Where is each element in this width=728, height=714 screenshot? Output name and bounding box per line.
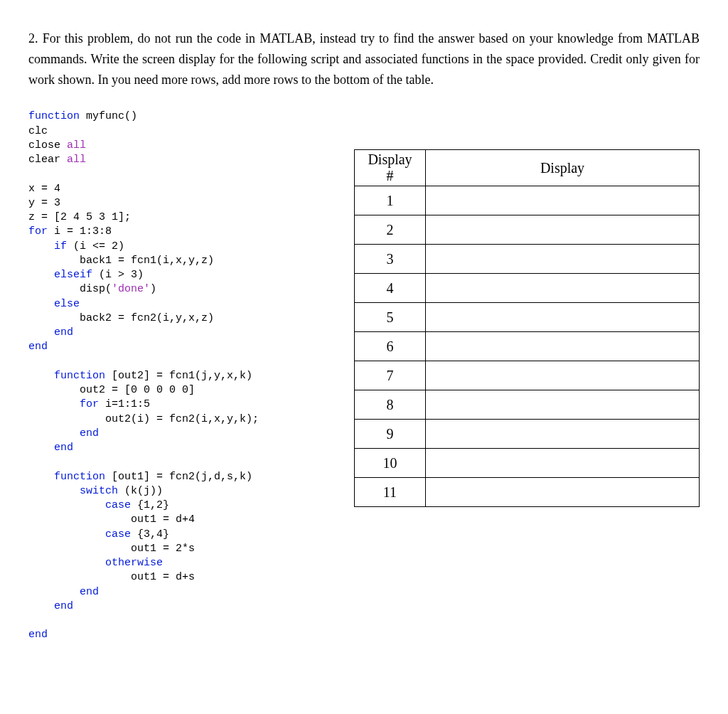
code-text: out1 = d+s <box>28 571 195 583</box>
kw-function: function <box>28 110 80 122</box>
code-text <box>28 298 54 310</box>
header-text: # <box>387 168 394 183</box>
table-row: 5 <box>355 303 700 332</box>
kw-end: end <box>80 586 99 598</box>
question-text: 2. For this problem, do not run the code… <box>28 28 700 90</box>
code-text: {1,2} <box>131 499 169 511</box>
code-text: out2(i) = fcn2(i,x,y,k); <box>28 413 259 425</box>
cell-display[interactable] <box>426 449 700 478</box>
code-text: all <box>67 139 86 151</box>
cell-num: 10 <box>355 449 426 478</box>
code-text <box>28 600 54 612</box>
cell-num: 7 <box>355 361 426 390</box>
cell-display[interactable] <box>426 303 700 332</box>
cell-num: 8 <box>355 390 426 420</box>
kw-end: end <box>54 442 73 454</box>
kw-end: end <box>28 629 48 641</box>
code-text <box>28 427 80 439</box>
code-block: function myfunc() clc close all clear al… <box>28 110 341 642</box>
header-display: Display <box>426 150 700 186</box>
kw-for: for <box>28 225 48 238</box>
code-text: out1 = d+4 <box>28 513 195 526</box>
code-text <box>28 326 54 339</box>
cell-display[interactable] <box>426 215 700 245</box>
cell-num: 5 <box>355 303 426 332</box>
kw-case: case <box>105 499 131 511</box>
string-literal: 'done' <box>112 283 150 295</box>
cell-num: 1 <box>355 186 426 215</box>
header-display-number: Display # <box>355 150 426 186</box>
code-text <box>28 528 105 540</box>
display-table: Display # Display 1 2 3 4 5 6 7 8 9 10 1… <box>354 149 700 507</box>
kw-function: function <box>54 471 105 483</box>
table-row: 6 <box>355 332 700 361</box>
code-text: (k(j)) <box>118 485 163 497</box>
code-text: x = 4 <box>28 183 60 195</box>
kw-end: end <box>28 341 48 353</box>
code-text: disp( <box>28 283 112 295</box>
table-row: 10 <box>355 449 700 478</box>
code-text <box>28 370 54 382</box>
cell-display[interactable] <box>426 274 700 303</box>
cell-num: 6 <box>355 332 426 361</box>
table-row: 3 <box>355 245 700 274</box>
kw-end: end <box>54 600 73 612</box>
cell-num: 9 <box>355 420 426 449</box>
code-text: clc <box>28 125 48 137</box>
code-text <box>28 586 80 598</box>
code-text: (i > 3) <box>92 269 144 281</box>
question-number: 2. <box>28 31 43 46</box>
code-text: i=1:1:5 <box>99 398 150 410</box>
cell-display[interactable] <box>426 478 700 507</box>
cell-display[interactable] <box>426 186 700 215</box>
table-body: 1 2 3 4 5 6 7 8 9 10 11 <box>355 186 700 507</box>
code-text <box>28 557 105 569</box>
table-row: 9 <box>355 420 700 449</box>
header-text: Display <box>368 151 412 167</box>
code-text: all <box>67 154 86 166</box>
code-text: (i <= 2) <box>67 240 124 252</box>
kw-end: end <box>54 326 73 339</box>
code-text: [out1] = fcn2(j,d,s,k) <box>105 471 252 483</box>
code-text <box>28 442 54 454</box>
kw-otherwise: otherwise <box>105 557 163 569</box>
question-body: For this problem, do not run the code in… <box>28 31 700 87</box>
code-text: close <box>28 139 67 151</box>
code-text: y = 3 <box>28 197 60 209</box>
cell-num: 2 <box>355 215 426 245</box>
cell-num: 11 <box>355 478 426 507</box>
table-row: 2 <box>355 215 700 245</box>
cell-display[interactable] <box>426 390 700 420</box>
code-text <box>28 485 80 497</box>
code-text: i = 1:3:8 <box>48 225 112 238</box>
code-text: {3,4} <box>131 528 169 540</box>
code-text: clear <box>28 154 67 166</box>
code-text <box>28 499 105 511</box>
code-column: function myfunc() clc close all clear al… <box>28 110 341 642</box>
kw-else: else <box>54 298 80 310</box>
code-text <box>28 240 54 252</box>
kw-switch: switch <box>80 485 118 497</box>
table-row: 1 <box>355 186 700 215</box>
kw-case: case <box>105 528 131 540</box>
kw-elseif: elseif <box>54 269 92 281</box>
code-text: ) <box>150 283 156 295</box>
code-text <box>28 269 54 281</box>
table-row: 8 <box>355 390 700 420</box>
table-column: Display # Display 1 2 3 4 5 6 7 8 9 10 1… <box>354 149 700 507</box>
table-header-row: Display # Display <box>355 150 700 186</box>
kw-for: for <box>80 398 99 410</box>
cell-display[interactable] <box>426 332 700 361</box>
cell-display[interactable] <box>426 245 700 274</box>
code-text: [out2] = fcn1(j,y,x,k) <box>105 370 252 382</box>
content-row: function myfunc() clc close all clear al… <box>28 110 700 642</box>
code-text: z = [2 4 5 3 1]; <box>28 211 131 223</box>
table-row: 11 <box>355 478 700 507</box>
code-text: out1 = 2*s <box>28 543 195 555</box>
cell-display[interactable] <box>426 361 700 390</box>
cell-display[interactable] <box>426 420 700 449</box>
kw-end: end <box>80 427 99 439</box>
code-text: myfunc() <box>80 110 137 122</box>
code-text: back2 = fcn2(i,y,x,z) <box>28 312 214 324</box>
table-row: 4 <box>355 274 700 303</box>
